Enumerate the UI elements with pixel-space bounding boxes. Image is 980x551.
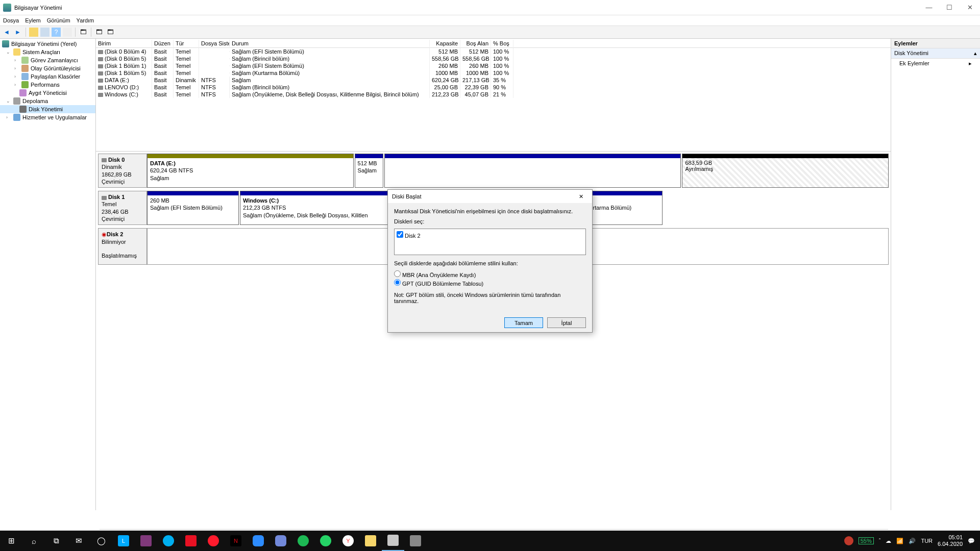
tray-clock[interactable]: 05:016.04.2020 xyxy=(938,534,963,547)
compmgmt-taskbar-icon[interactable] xyxy=(382,531,404,551)
disk2-checkbox[interactable] xyxy=(397,231,403,238)
menu-view[interactable]: Görünüm xyxy=(47,17,70,23)
toolbar-btn-7[interactable]: 🗔 xyxy=(106,28,115,37)
skype-icon[interactable] xyxy=(157,531,180,551)
toolbar-btn-2[interactable] xyxy=(40,28,50,37)
onenote-icon[interactable] xyxy=(135,531,157,551)
toolbar-btn-4[interactable] xyxy=(63,28,72,37)
nav-tree: Bilgisayar Yönetimi (Yerel) ⌄Sistem Araç… xyxy=(0,39,96,510)
opera-icon[interactable] xyxy=(202,531,225,551)
spotify-icon[interactable] xyxy=(292,531,314,551)
app-icon xyxy=(3,4,11,12)
taskview-icon[interactable]: ⧉ xyxy=(45,531,67,551)
volume-row[interactable]: (Disk 1 Bölüm 1)BasitTemelSağlam (EFI Si… xyxy=(96,62,891,69)
actions-heading: Eylemler xyxy=(891,39,980,48)
disk1-header[interactable]: Disk 1Temel238,46 GBÇevrimiçi xyxy=(98,191,147,225)
dialog-close-icon[interactable]: ✕ xyxy=(574,193,588,200)
tray-onedrive-icon[interactable]: ☁ xyxy=(886,538,891,544)
tray-chevron-icon[interactable]: ˆ xyxy=(879,538,881,544)
close-button[interactable]: ✕ xyxy=(960,4,980,11)
dialog-style-label: Seçili disklerde aşağıdaki bölümleme sti… xyxy=(394,260,586,266)
tree-performance[interactable]: ›Performans xyxy=(0,81,95,89)
app-red-icon[interactable] xyxy=(180,531,202,551)
search-icon[interactable]: ⌕ xyxy=(22,531,45,551)
tray-wifi-icon[interactable]: 📶 xyxy=(896,538,903,544)
maximize-button[interactable]: ☐ xyxy=(939,4,960,11)
disk0-partition-hidden[interactable] xyxy=(384,154,681,188)
menu-file[interactable]: Dosya xyxy=(3,17,19,23)
dialog-message: Mantıksal Disk Yöneticisi'nin erişebilme… xyxy=(394,208,586,214)
disk0-header[interactable]: Disk 0Dinamik1862,89 GBÇevrimiçi xyxy=(98,154,147,188)
disk0-unallocated[interactable]: 683,59 GBAyrılmamış xyxy=(682,154,889,188)
forward-icon[interactable]: ► xyxy=(13,28,22,37)
disk2-header[interactable]: ◉Disk 2BilinmiyorBaşlatılmamış xyxy=(98,228,147,265)
zoom-icon[interactable] xyxy=(247,531,270,551)
volume-header[interactable]: BirimDüzenTürDosya SistemiDurumKapasiteB… xyxy=(96,39,891,48)
tree-task-scheduler[interactable]: ›Görev Zamanlayıcı xyxy=(0,56,95,64)
tray-notifications-icon[interactable]: 💬 xyxy=(968,538,975,544)
volume-row[interactable]: Windows (C:)BasitTemelNTFSSağlam (Önyükl… xyxy=(96,91,891,98)
toolbar: ◄ ► ? 🗔 🗔 🗔 xyxy=(0,26,980,39)
toolbar-btn-1[interactable] xyxy=(29,28,38,37)
toolbar-btn-6[interactable]: 🗔 xyxy=(94,28,104,37)
tree-disk-management[interactable]: Disk Yönetimi xyxy=(0,105,95,113)
menubar: Dosya Eylem Görünüm Yardım xyxy=(0,15,980,26)
app-grey-icon[interactable] xyxy=(404,531,427,551)
back-icon[interactable]: ◄ xyxy=(2,28,11,37)
tree-shared-folders[interactable]: ›Paylaşılan Klasörler xyxy=(0,72,95,81)
volume-row[interactable]: LENOVO (D:)BasitTemelNTFSSağlam (Birinci… xyxy=(96,84,891,91)
tree-root[interactable]: Bilgisayar Yönetimi (Yerel) xyxy=(0,40,95,48)
mail-icon[interactable]: ✉ xyxy=(67,531,90,551)
whatsapp-icon[interactable] xyxy=(314,531,337,551)
dialog-note: Not: GPT bölüm stili, önceki Windows sür… xyxy=(394,292,586,304)
tree-system-tools[interactable]: ⌄Sistem Araçları xyxy=(0,48,95,56)
tree-services[interactable]: ›Hizmetler ve Uygulamalar xyxy=(0,113,95,121)
menu-help[interactable]: Yardım xyxy=(77,17,94,23)
taskbar: ⊞ ⌕ ⧉ ✉ ◯ L N Y 55% ˆ ☁ 📶 🔊 TUR 05:016.0… xyxy=(0,531,980,551)
volume-row[interactable]: (Disk 0 Bölüm 5)BasitTemelSağlam (Birinc… xyxy=(96,55,891,62)
disk-select-list[interactable]: Disk 2 xyxy=(394,229,586,255)
initialize-disk-dialog: Diski Başlat✕ Mantıksal Disk Yöneticisi'… xyxy=(387,189,593,333)
dialog-select-label: Diskleri seç: xyxy=(394,218,586,224)
ok-button[interactable]: Tamam xyxy=(504,317,543,328)
toolbar-btn-5[interactable]: 🗔 xyxy=(79,28,88,37)
tray-battery-icon[interactable]: 55% xyxy=(859,537,874,544)
menu-action[interactable]: Eylem xyxy=(25,17,41,23)
actions-group[interactable]: Disk Yönetimi▴ xyxy=(891,48,980,59)
toolbar-btn-3[interactable]: ? xyxy=(52,28,61,37)
disk0-partition-2[interactable]: 512 MBSağlam xyxy=(355,154,383,188)
tree-storage[interactable]: ⌄Depolama xyxy=(0,97,95,105)
start-button[interactable]: ⊞ xyxy=(0,531,22,551)
actions-panel: Eylemler Disk Yönetimi▴ Ek Eylemler ▸ xyxy=(891,39,980,510)
actions-more[interactable]: Ek Eylemler ▸ xyxy=(891,59,980,68)
netflix-icon[interactable]: N xyxy=(225,531,247,551)
minimize-button[interactable]: — xyxy=(919,4,939,11)
cortana-icon[interactable]: ◯ xyxy=(90,531,112,551)
cancel-button[interactable]: İptal xyxy=(547,317,586,328)
yandex-icon[interactable]: Y xyxy=(337,531,359,551)
volume-row[interactable]: DATA (E:)BasitDinamikNTFSSağlam620,24 GB… xyxy=(96,77,891,84)
tree-event-viewer[interactable]: ›Olay Görüntüleyicisi xyxy=(0,64,95,72)
dialog-title: Diski Başlat xyxy=(392,193,421,199)
disk0-partition-data[interactable]: DATA (E:)620,24 GB NTFSSağlam xyxy=(147,154,354,188)
tray-shield-icon[interactable] xyxy=(844,536,853,545)
explorer-icon[interactable] xyxy=(359,531,382,551)
app-l-icon[interactable]: L xyxy=(112,531,135,551)
window-title: Bilgisayar Yönetimi xyxy=(14,5,62,11)
titlebar: Bilgisayar Yönetimi — ☐ ✕ xyxy=(0,0,980,15)
discord-icon[interactable] xyxy=(270,531,292,551)
tray-volume-icon[interactable]: 🔊 xyxy=(909,538,916,544)
disk1-partition-efi[interactable]: 260 MBSağlam (EFI Sistem Bölümü) xyxy=(147,191,239,225)
radio-gpt[interactable]: GPT (GUID Bölümleme Tablosu) xyxy=(394,279,586,287)
tray-lang[interactable]: TUR xyxy=(921,538,933,544)
volume-row[interactable]: (Disk 0 Bölüm 4)BasitTemelSağlam (EFI Si… xyxy=(96,48,891,55)
tree-device-manager[interactable]: Aygıt Yöneticisi xyxy=(0,89,95,97)
volume-row[interactable]: (Disk 1 Bölüm 5)BasitTemelSağlam (Kurtar… xyxy=(96,69,891,77)
radio-mbr[interactable]: MBR (Ana Önyükleme Kaydı) xyxy=(394,270,586,278)
volume-list: BirimDüzenTürDosya SistemiDurumKapasiteB… xyxy=(96,39,891,151)
